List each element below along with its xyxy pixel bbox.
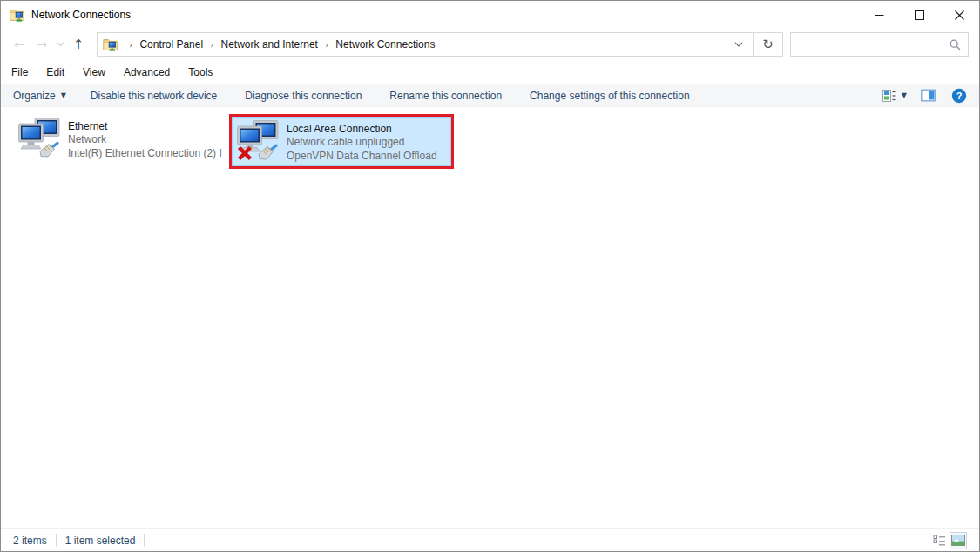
menu-view[interactable]: View <box>83 66 105 78</box>
preview-pane-icon <box>921 89 936 102</box>
organize-button[interactable]: Organize ▼ <box>13 90 66 102</box>
help-button[interactable]: ? <box>951 88 967 104</box>
chevron-down-icon <box>734 42 743 47</box>
views-icon <box>882 89 896 103</box>
breadcrumb-separator: › <box>122 39 139 50</box>
red-highlight-annotation: Local Area Connection Network cable unpl… <box>229 114 454 169</box>
preview-pane-button[interactable] <box>921 89 936 102</box>
back-arrow-icon: ← <box>14 37 25 52</box>
connection-name: Local Area Connection <box>287 122 437 136</box>
connection-tile-ethernet[interactable]: Ethernet Network Intel(R) Ethernet Conne… <box>13 114 227 164</box>
large-icons-view-button[interactable] <box>950 532 967 549</box>
refresh-icon: ↻ <box>762 37 774 52</box>
minimize-button[interactable] <box>859 1 899 29</box>
chevron-down-icon: ▼ <box>61 91 66 99</box>
connection-device: Intel(R) Ethernet Connection (2) I... <box>68 147 222 161</box>
connection-tile-local-area-connection[interactable]: Local Area Connection Network cable unpl… <box>232 117 451 166</box>
connections-list: Ethernet Network Intel(R) Ethernet Conne… <box>1 107 979 528</box>
change-settings-command[interactable]: Change settings of this connection <box>530 90 689 102</box>
items-count: 2 items <box>13 535 47 547</box>
status-separator <box>144 534 145 547</box>
connection-info: Local Area Connection Network cable unpl… <box>287 120 437 163</box>
network-connections-window: Network Connections ← → ↑ <box>0 0 980 552</box>
chevron-down-icon <box>57 42 64 47</box>
chevron-down-icon: ▼ <box>902 91 907 99</box>
address-dropdown-button[interactable] <box>725 33 753 56</box>
menu-bar: File Edit View Advanced Tools <box>1 60 979 84</box>
connection-device: OpenVPN Data Channel Offload <box>287 150 437 164</box>
network-folder-icon <box>10 7 25 23</box>
connection-name: Ethernet <box>68 119 222 133</box>
maximize-button[interactable] <box>899 1 939 29</box>
disable-device-command[interactable]: Disable this network device <box>91 90 217 102</box>
connection-status: Network cable unplugged <box>287 136 437 150</box>
change-view-button[interactable]: ▼ <box>882 89 907 103</box>
refresh-button[interactable]: ↻ <box>753 33 782 56</box>
selection-count: 1 item selected <box>65 535 136 547</box>
back-button[interactable]: ← <box>8 33 30 56</box>
statusbar-view-buttons <box>929 532 967 549</box>
help-icon: ? <box>951 88 967 104</box>
details-view-button[interactable] <box>930 532 948 549</box>
close-button[interactable] <box>939 1 979 29</box>
breadcrumb-separator: › <box>318 39 335 50</box>
details-view-icon <box>933 534 946 547</box>
toolbar-right-icons: ▼ ? <box>882 88 967 104</box>
connection-info: Ethernet Network Intel(R) Ethernet Conne… <box>68 118 222 160</box>
maximize-icon <box>915 10 924 20</box>
network-connection-disabled-icon <box>237 120 279 162</box>
window-controls <box>859 1 979 29</box>
network-folder-icon <box>103 37 118 52</box>
breadcrumb-network-and-internet[interactable]: Network and Internet <box>221 38 318 50</box>
search-input[interactable] <box>798 38 950 50</box>
thumbnail-view-icon <box>951 535 965 546</box>
recent-locations-button[interactable] <box>53 33 67 56</box>
up-button[interactable]: ↑ <box>67 33 90 56</box>
forward-arrow-icon: → <box>37 37 48 52</box>
menu-file[interactable]: File <box>11 66 28 78</box>
minimize-icon <box>875 10 884 20</box>
navigation-bar: ← → ↑ › Control Panel › Network and Inte… <box>1 29 979 60</box>
search-box[interactable] <box>790 32 969 57</box>
network-connection-icon <box>18 118 60 159</box>
search-icon <box>950 39 961 50</box>
forward-button[interactable]: → <box>30 33 53 56</box>
up-arrow-icon: ↑ <box>73 37 84 52</box>
menu-tools[interactable]: Tools <box>188 66 213 78</box>
svg-text:?: ? <box>956 91 963 101</box>
window-title: Network Connections <box>31 9 131 21</box>
breadcrumb-network-connections[interactable]: Network Connections <box>335 38 435 50</box>
menu-edit[interactable]: Edit <box>46 66 64 78</box>
address-bar[interactable]: › Control Panel › Network and Internet ›… <box>97 32 783 57</box>
status-separator <box>56 534 57 547</box>
breadcrumb-separator: › <box>203 39 220 50</box>
rename-connection-command[interactable]: Rename this connection <box>389 90 502 102</box>
status-bar: 2 items 1 item selected <box>1 528 979 551</box>
close-icon <box>955 10 964 20</box>
breadcrumb-control-panel[interactable]: Control Panel <box>139 38 203 50</box>
menu-advanced[interactable]: Advanced <box>124 66 170 78</box>
connection-status: Network <box>68 133 222 147</box>
command-toolbar: Organize ▼ Disable this network device D… <box>1 84 979 107</box>
diagnose-connection-command[interactable]: Diagnose this connection <box>245 90 362 102</box>
title-bar: Network Connections <box>1 1 979 29</box>
